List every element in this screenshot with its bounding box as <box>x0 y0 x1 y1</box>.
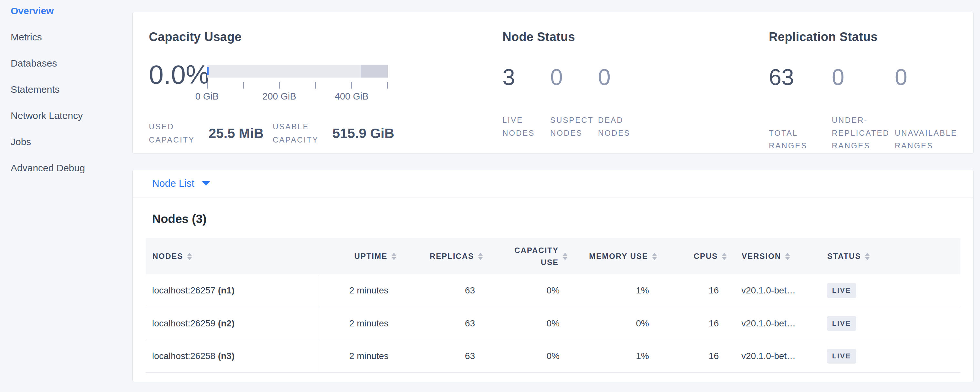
sort-icon <box>785 253 790 260</box>
sidebar-item-overview[interactable]: Overview <box>11 5 132 17</box>
column-header-status[interactable]: STATUS <box>809 238 960 274</box>
version-cell: v20.1.0-bet… <box>727 307 809 339</box>
uptime-cell: 2 minutes <box>320 307 396 339</box>
nodes-table: NODES UPTIME REPLICAS CAPACITY USE <box>146 238 960 373</box>
axis-label-400gib: 400 GiB <box>335 91 369 102</box>
sidebar-item-metrics[interactable]: Metrics <box>11 31 132 43</box>
capacity-usage-panel: Capacity Usage 0.0% 0 GiB 200 Gi <box>133 12 503 153</box>
capacity-axis-labels: 0 GiB 200 GiB 400 GiB <box>207 91 388 104</box>
nodes-table-section: Nodes (3) NODES UPTIME <box>133 212 973 373</box>
node-status-panel: Node Status 3 0 0 LIVE NODES SUSPECT NOD… <box>503 12 769 153</box>
status-badge: LIVE <box>827 283 856 298</box>
column-header-capacity-use[interactable]: CAPACITY USE <box>483 238 568 274</box>
sort-icon <box>392 253 396 260</box>
table-header-row: NODES UPTIME REPLICAS CAPACITY USE <box>146 238 960 274</box>
table-row-node-1[interactable]: localhost:26257 (n1) 2 minutes 63 0% 1% … <box>146 274 960 307</box>
column-header-nodes[interactable]: NODES <box>146 238 320 274</box>
column-header-replicas[interactable]: REPLICAS <box>396 238 483 274</box>
used-capacity-stat: USED CAPACITY 25.5 MiB <box>149 120 272 147</box>
unavailable-ranges-label: UNAVAILABLE RANGES <box>895 127 958 152</box>
total-ranges-label: TOTAL RANGES <box>769 127 832 152</box>
replication-status-panel: Replication Status 63 0 0 TOTAL RANGES U… <box>769 12 973 153</box>
node-list-card: Node List Nodes (3) NODES <box>132 170 974 382</box>
replicas-cell: 63 <box>396 274 483 307</box>
capacity-use-cell: 0% <box>483 274 568 307</box>
replicas-cell: 63 <box>396 339 483 372</box>
live-nodes-label: LIVE NODES <box>503 114 550 139</box>
main-content: Capacity Usage 0.0% 0 GiB 200 Gi <box>132 0 980 392</box>
column-header-memory-use[interactable]: MEMORY USE <box>568 238 657 274</box>
table-row-node-2[interactable]: localhost:26259 (n2) 2 minutes 63 0% 0% … <box>146 307 960 339</box>
usable-capacity-value: 515.9 GiB <box>332 126 394 141</box>
axis-label-200gib: 200 GiB <box>262 91 296 102</box>
cluster-summary-card: Capacity Usage 0.0% 0 GiB 200 Gi <box>132 12 974 153</box>
suspect-nodes-count: 0 <box>550 66 598 89</box>
capacity-axis-ticks <box>207 82 388 89</box>
memory-use-cell: 1% <box>568 339 657 372</box>
sort-icon <box>652 253 657 260</box>
node-list-dropdown-label: Node List <box>152 178 194 190</box>
unavailable-ranges-count: 0 <box>895 66 958 89</box>
chevron-down-icon <box>202 181 210 186</box>
dead-nodes-count: 0 <box>598 66 646 89</box>
dead-nodes-label: DEAD NODES <box>598 114 646 139</box>
usable-capacity-stat: USABLE CAPACITY 515.9 GiB <box>272 120 403 147</box>
capacity-use-cell: 0% <box>483 307 568 339</box>
used-capacity-label: USED CAPACITY <box>149 120 208 147</box>
under-replicated-ranges-count: 0 <box>832 66 895 89</box>
capacity-use-cell: 0% <box>483 339 568 372</box>
sidebar-item-advanced-debug[interactable]: Advanced Debug <box>11 162 132 174</box>
status-cell: LIVE <box>809 274 960 307</box>
view-selector-bar: Node List <box>133 170 973 198</box>
status-badge: LIVE <box>827 349 856 363</box>
sort-icon <box>478 253 483 260</box>
cpus-cell: 16 <box>657 307 727 339</box>
used-capacity-value: 25.5 MiB <box>208 126 264 141</box>
status-badge: LIVE <box>827 316 856 331</box>
under-replicated-ranges-label: UNDER-REPLICATED RANGES <box>832 114 895 152</box>
replicas-cell: 63 <box>396 307 483 339</box>
sort-icon <box>563 253 567 260</box>
sort-icon <box>187 253 192 260</box>
node-status-title: Node Status <box>503 30 769 44</box>
total-ranges-count: 63 <box>769 66 832 89</box>
column-header-version[interactable]: VERSION <box>727 238 809 274</box>
live-nodes-count: 3 <box>503 66 550 89</box>
nodes-heading: Nodes (3) <box>152 212 960 226</box>
capacity-bar-chart: 0 GiB 200 GiB 400 GiB <box>207 65 388 104</box>
sidebar-item-network-latency[interactable]: Network Latency <box>11 110 132 121</box>
sidebar-item-jobs[interactable]: Jobs <box>11 136 132 148</box>
uptime-cell: 2 minutes <box>320 274 396 307</box>
node-address-cell[interactable]: localhost:26258 (n3) <box>146 339 320 372</box>
sort-icon <box>865 253 870 260</box>
version-cell: v20.1.0-bet… <box>727 274 809 307</box>
cpus-cell: 16 <box>657 339 727 372</box>
capacity-bar-used-marker <box>207 67 208 75</box>
uptime-cell: 2 minutes <box>320 339 396 372</box>
version-cell: v20.1.0-bet… <box>727 339 809 372</box>
table-row-node-3[interactable]: localhost:26258 (n3) 2 minutes 63 0% 1% … <box>146 339 960 372</box>
capacity-usage-title: Capacity Usage <box>149 30 503 44</box>
node-address-cell[interactable]: localhost:26257 (n1) <box>146 274 320 307</box>
sidebar: Overview Metrics Databases Statements Ne… <box>0 0 132 392</box>
sidebar-item-databases[interactable]: Databases <box>11 57 132 69</box>
node-list-dropdown[interactable]: Node List <box>152 178 210 190</box>
status-cell: LIVE <box>809 339 960 372</box>
replication-status-title: Replication Status <box>769 30 973 44</box>
memory-use-cell: 0% <box>568 307 657 339</box>
status-cell: LIVE <box>809 307 960 339</box>
sidebar-item-statements[interactable]: Statements <box>11 84 132 95</box>
overview-page: Overview Metrics Databases Statements Ne… <box>0 0 980 392</box>
suspect-nodes-label: SUSPECT NODES <box>550 114 598 139</box>
usable-capacity-label: USABLE CAPACITY <box>272 120 332 147</box>
capacity-bar-track <box>207 65 388 78</box>
column-header-cpus[interactable]: CPUS <box>657 238 727 274</box>
node-address-cell[interactable]: localhost:26259 (n2) <box>146 307 320 339</box>
cpus-cell: 16 <box>657 274 727 307</box>
capacity-bar-reserved-segment <box>361 65 388 78</box>
column-header-uptime[interactable]: UPTIME <box>320 238 396 274</box>
axis-label-0gib: 0 GiB <box>196 91 219 102</box>
memory-use-cell: 1% <box>568 274 657 307</box>
sort-icon <box>722 253 727 260</box>
